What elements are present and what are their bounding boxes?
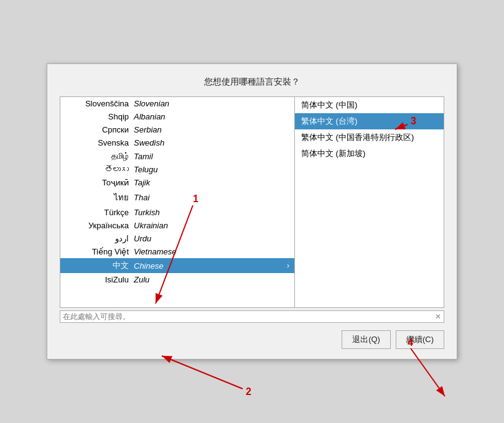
lang-english: Serbian — [134, 125, 289, 134]
language-item[interactable]: Svenska Swedish — [60, 136, 294, 149]
lang-english: Tamil — [134, 152, 289, 161]
lang-english: Thai — [134, 193, 289, 202]
lang-english: Urdu — [134, 234, 289, 243]
language-item[interactable]: 中文 Chinese › — [60, 258, 294, 273]
lang-native: 中文 — [65, 260, 134, 271]
lang-english: Tajik — [134, 178, 289, 187]
language-item[interactable]: Тоҷикӣ Tajik — [60, 176, 294, 189]
lang-english: Zulu — [134, 275, 289, 284]
language-item[interactable]: IsiZulu Zulu — [60, 273, 294, 286]
lang-native: IsiZulu — [65, 275, 134, 284]
lang-native: اردو — [65, 234, 134, 243]
lang-native: Tiếng Việt — [65, 247, 134, 256]
quit-button[interactable]: 退出(Q) — [342, 330, 391, 349]
lang-english: Telugu — [134, 165, 289, 174]
language-item[interactable]: Slovenščina Slovenian — [60, 97, 294, 110]
lang-english: Ukrainian — [134, 221, 289, 230]
sublanguage-item[interactable]: 繁体中文 (中国香港特别行政区) — [295, 129, 444, 146]
svg-text:2: 2 — [246, 386, 251, 397]
lang-english: Turkish — [134, 208, 289, 217]
bottom-buttons: 退出(Q) 繼續(C) — [60, 330, 444, 349]
lang-native: தமிழ் — [65, 151, 134, 161]
submenu-arrow: › — [287, 261, 289, 270]
lang-native: ไทย — [65, 191, 134, 204]
continue-button[interactable]: 繼續(C) — [396, 330, 444, 349]
lang-native: Svenska — [65, 138, 134, 147]
lang-native: తెలుగు — [65, 165, 134, 174]
language-lists: Slovenščina Slovenian Shqip Albanian Срп… — [60, 96, 444, 308]
lang-native: Тоҷикӣ — [65, 178, 134, 187]
svg-line-6 — [162, 356, 243, 389]
language-item[interactable]: తెలుగు Telugu — [60, 163, 294, 176]
search-bar: ✕ — [60, 310, 444, 323]
lang-english: Albanian — [134, 112, 289, 121]
lang-native: Српски — [65, 125, 134, 134]
language-item[interactable]: ไทย Thai — [60, 189, 294, 206]
lang-english: Chinese — [134, 261, 287, 271]
lang-english: Swedish — [134, 138, 289, 147]
dialog-title: 您想使用哪種語言安裝？ — [60, 77, 444, 88]
language-item[interactable]: Українська Ukrainian — [60, 219, 294, 232]
language-item[interactable]: Tiếng Việt Vietnamese — [60, 245, 294, 258]
lang-native: Shqip — [65, 112, 134, 121]
lang-native: Türkçe — [65, 208, 134, 217]
search-input[interactable] — [63, 312, 435, 321]
lang-english: Vietnamese — [134, 247, 289, 256]
language-item[interactable]: Türkçe Turkish — [60, 206, 294, 219]
language-item[interactable]: اردو Urdu — [60, 232, 294, 245]
sublanguage-item[interactable]: 简体中文 (新加坡) — [295, 146, 444, 162]
sublanguage-list[interactable]: 简体中文 (中国)繁体中文 (台湾)繁体中文 (中国香港特别行政区)简体中文 (… — [295, 96, 444, 308]
lang-native: Українська — [65, 221, 134, 230]
language-item[interactable]: Српски Serbian — [60, 123, 294, 136]
lang-english: Slovenian — [134, 99, 289, 108]
language-item[interactable]: தமிழ் Tamil — [60, 149, 294, 163]
language-list[interactable]: Slovenščina Slovenian Shqip Albanian Срп… — [60, 96, 295, 308]
search-clear-button[interactable]: ✕ — [435, 312, 441, 321]
sublanguage-item[interactable]: 繁体中文 (台湾) — [295, 113, 444, 129]
language-dialog: 您想使用哪種語言安裝？ Slovenščina Slovenian Shqip … — [47, 63, 457, 360]
sublanguage-item[interactable]: 简体中文 (中国) — [295, 97, 444, 113]
language-item[interactable]: Shqip Albanian — [60, 110, 294, 123]
lang-native: Slovenščina — [65, 99, 134, 108]
